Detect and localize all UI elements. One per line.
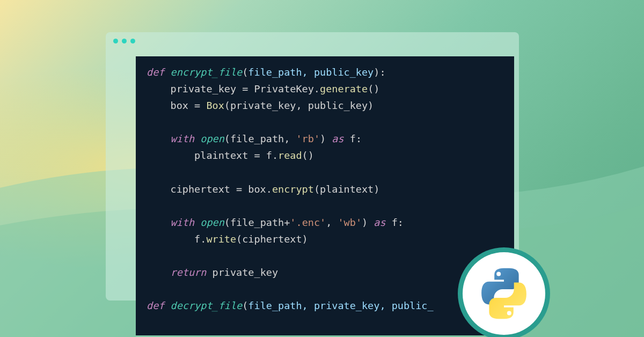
code-token: 'rb' — [296, 133, 320, 144]
code-line: def decrypt_file(file_path, private_key,… — [147, 297, 503, 314]
code-token: file_path, private_key, public_ — [248, 300, 433, 311]
python-badge — [458, 247, 550, 337]
code-line — [147, 281, 503, 297]
traffic-light-icon — [130, 39, 135, 43]
code-token: box = — [147, 100, 206, 111]
code-token: def — [147, 67, 171, 78]
traffic-light-icon — [122, 39, 127, 43]
code-token: as — [374, 217, 385, 228]
code-token: (file_path, — [224, 133, 296, 144]
code-token: 'wb' — [338, 217, 362, 228]
code-token: with — [171, 217, 201, 228]
window-traffic-lights — [106, 32, 519, 50]
code-token: () — [302, 150, 314, 161]
code-token: (private_key, public_key) — [224, 100, 374, 111]
code-token: (file_path+ — [224, 217, 290, 228]
code-line: f.write(ciphertext) — [147, 231, 503, 247]
code-line: with open(file_path, 'rb') as f: — [147, 130, 503, 147]
code-token — [147, 200, 152, 211]
code-token: file_path, public_key — [248, 67, 374, 78]
code-token: write — [206, 233, 236, 245]
code-line — [147, 164, 503, 180]
python-logo-icon — [478, 267, 530, 320]
code-token: f: — [344, 133, 362, 144]
code-token: , — [326, 217, 338, 228]
code-token — [147, 267, 171, 278]
code-line — [147, 114, 503, 130]
code-token: decrypt_file — [171, 300, 243, 311]
code-line: return private_key — [147, 264, 503, 281]
code-token: ) — [320, 133, 332, 144]
code-token — [147, 217, 171, 228]
code-token: open — [200, 217, 224, 228]
svg-point-0 — [496, 272, 501, 276]
code-line: def encrypt_file(file_path, public_key): — [147, 64, 503, 80]
badge-inner — [463, 252, 545, 335]
code-token: return — [171, 267, 207, 278]
code-token — [147, 133, 171, 144]
code-token: open — [200, 133, 224, 144]
code-token: generate — [320, 83, 368, 94]
code-token: ciphertext = box. — [147, 184, 272, 195]
code-token: (ciphertext) — [236, 233, 308, 245]
code-token: () — [368, 83, 379, 94]
code-token: plaintext = f. — [147, 150, 278, 161]
code-token: as — [332, 133, 343, 144]
code-token: ): — [374, 67, 385, 78]
code-line — [147, 197, 503, 214]
code-token: ( — [242, 300, 248, 311]
code-token: ) — [362, 217, 374, 228]
code-line: box = Box(private_key, public_key) — [147, 97, 503, 114]
code-token: encrypt_file — [171, 67, 243, 78]
traffic-light-icon — [113, 39, 118, 43]
code-token: (plaintext) — [314, 184, 380, 195]
code-token: f: — [386, 217, 404, 228]
code-token: def — [147, 300, 171, 311]
code-token — [147, 283, 152, 295]
code-token — [147, 166, 152, 178]
code-token: private_key — [206, 267, 278, 278]
code-token: read — [278, 150, 302, 161]
code-token: with — [171, 133, 201, 144]
code-token — [147, 116, 152, 128]
code-line: with open(file_path+'.enc', 'wb') as f: — [147, 214, 503, 231]
svg-point-1 — [507, 311, 511, 316]
code-line — [147, 247, 503, 264]
code-token: ( — [242, 67, 248, 78]
code-token: Box — [206, 100, 224, 111]
code-token: encrypt — [272, 184, 314, 195]
code-line: ciphertext = box.encrypt(plaintext) — [147, 181, 503, 197]
code-line: private_key = PrivateKey.generate() — [147, 80, 503, 97]
code-token: f. — [147, 233, 206, 245]
code-token: private_key = PrivateKey. — [147, 83, 320, 94]
code-line: plaintext = f.read() — [147, 147, 503, 164]
code-token — [147, 250, 152, 261]
code-token: '.enc' — [290, 217, 326, 228]
